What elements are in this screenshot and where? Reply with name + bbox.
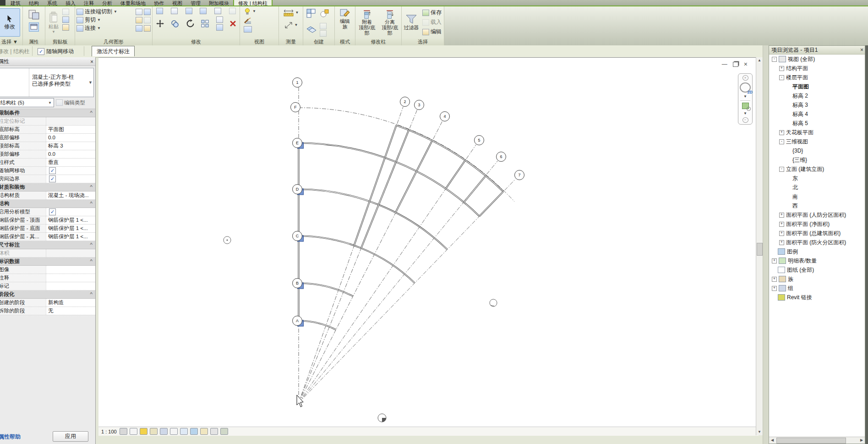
rotate-icon[interactable] xyxy=(186,19,195,28)
browser-tree-item[interactable]: Revit 链接 xyxy=(769,293,865,302)
split-icon[interactable] xyxy=(200,8,207,14)
array-icon[interactable] xyxy=(201,20,209,28)
view-minimize-button[interactable]: — xyxy=(722,61,727,67)
vertical-scroll-thumb[interactable] xyxy=(757,243,763,256)
browser-tree-item[interactable]: 平面图 xyxy=(769,82,865,91)
copy-tool-icon[interactable] xyxy=(171,20,179,28)
crop-view-icon[interactable] xyxy=(170,428,178,435)
browser-tree-item[interactable]: 标高 2 xyxy=(769,91,865,100)
expand-icon[interactable]: + xyxy=(772,277,777,282)
property-value[interactable]: 无 xyxy=(46,307,95,315)
copy-icon[interactable] xyxy=(62,16,69,23)
browser-tree-item[interactable]: 南 xyxy=(769,192,865,201)
panel-measure-label[interactable]: 测量 xyxy=(279,38,303,45)
property-value[interactable]: ✓ xyxy=(46,175,95,183)
ribbon-tab[interactable]: 插入 xyxy=(61,0,80,5)
grid-bubble[interactable]: 1 xyxy=(293,78,302,88)
property-section-header[interactable]: 限制条件^ xyxy=(0,109,95,117)
detach-top-base-button[interactable]: 分离 顶部/底部 xyxy=(380,7,400,38)
property-value[interactable]: 0.0 xyxy=(46,150,95,158)
selection-edit-button[interactable]: 编辑 xyxy=(422,28,442,36)
show-constraints-icon[interactable] xyxy=(220,428,228,435)
browser-tree-item[interactable]: 西 xyxy=(769,201,865,210)
browser-tree-item[interactable]: +面积平面 (人防分区面积) xyxy=(769,210,865,219)
property-section-header[interactable]: 材质和装饰^ xyxy=(0,183,95,192)
property-section-header[interactable]: 阶段化^ xyxy=(0,291,95,299)
horizontal-scroll-thumb[interactable] xyxy=(776,438,846,444)
browser-tree-item[interactable]: 标高 3 xyxy=(769,100,865,110)
property-section-header[interactable]: 结构^ xyxy=(0,200,95,208)
view-close-button[interactable]: × xyxy=(744,60,748,68)
section-collapse-icon[interactable]: ^ xyxy=(90,200,93,208)
scale-icon[interactable] xyxy=(216,16,223,23)
demolish-icon[interactable] xyxy=(144,25,151,32)
section-collapse-icon[interactable]: ^ xyxy=(90,109,93,117)
ribbon-tab[interactable]: 注释 xyxy=(80,0,98,5)
panel-mode-label[interactable]: 模式 xyxy=(335,38,355,45)
create-parts-icon[interactable] xyxy=(320,23,327,29)
panel-modify-label[interactable]: 修改 xyxy=(153,38,240,45)
wheel-caret-icon[interactable]: ▼ xyxy=(743,95,747,99)
grid-bubble[interactable]: C xyxy=(293,231,302,241)
property-value[interactable] xyxy=(46,274,95,282)
property-value[interactable]: 0.0 xyxy=(46,134,95,142)
type-selector-caret-icon[interactable]: ▼ xyxy=(88,80,93,85)
zoom-region-icon[interactable] xyxy=(742,103,749,109)
ribbon-tab[interactable]: 系统 xyxy=(43,0,61,5)
scroll-down-icon[interactable]: ▼ xyxy=(756,429,763,435)
move-with-grids-checkbox[interactable]: ✓ 随轴网移动 xyxy=(38,48,74,55)
property-value[interactable]: 钢筋保护层 1 <... xyxy=(46,216,95,224)
properties-palette-icon[interactable] xyxy=(28,9,40,21)
collapse-icon[interactable]: - xyxy=(779,75,784,80)
navbar-collapse-icon[interactable]: − xyxy=(742,117,748,123)
type-selector[interactable]: 混凝土-正方形-柱 已选择多种类型 ▼ xyxy=(0,68,94,97)
grid-bubble[interactable]: 3 xyxy=(415,100,424,110)
temporary-view-properties-icon[interactable] xyxy=(210,428,218,435)
property-value[interactable]: 新构造 xyxy=(46,299,95,307)
expand-icon[interactable]: + xyxy=(772,258,777,263)
ribbon-tab[interactable]: 结构 xyxy=(25,0,43,5)
beam-join-icon[interactable] xyxy=(136,17,142,23)
expand-icon[interactable]: + xyxy=(779,231,784,236)
panel-splitter[interactable] xyxy=(763,45,769,444)
view-restore-button[interactable] xyxy=(733,62,738,67)
palette-close-icon[interactable]: × xyxy=(90,58,93,66)
expand-icon[interactable]: + xyxy=(779,213,784,218)
join-geometry-button[interactable]: 连接 ▼ xyxy=(76,24,151,32)
collapse-icon[interactable]: - xyxy=(772,57,777,62)
section-collapse-icon[interactable]: ^ xyxy=(90,183,93,191)
panel-select-label[interactable]: 选择 ▼ xyxy=(0,38,22,45)
grid-bubble[interactable]: 6 xyxy=(497,152,506,162)
browser-tree-item[interactable]: +明细表/数量 xyxy=(769,256,865,265)
modify-button[interactable]: 修改 xyxy=(0,8,20,37)
sun-path-icon[interactable] xyxy=(140,428,147,435)
grid-bubble[interactable]: 2 xyxy=(400,97,410,107)
scroll-up-icon[interactable]: ▲ xyxy=(756,57,763,64)
scroll-right-icon[interactable]: ▶ xyxy=(858,437,865,444)
panel-modify-column-label[interactable]: 修改柱 xyxy=(355,38,401,45)
property-value[interactable]: 钢筋保护层 1 <... xyxy=(46,233,95,241)
application-menu-button[interactable] xyxy=(0,0,5,5)
offset-icon[interactable] xyxy=(171,8,178,14)
browser-tree-item[interactable]: +结构平面 xyxy=(769,64,865,73)
measure-button[interactable]: ▼ xyxy=(283,9,299,16)
type-properties-icon[interactable] xyxy=(29,22,39,32)
section-collapse-icon[interactable]: ^ xyxy=(90,291,93,298)
activate-dimensions-button[interactable]: 激活尺寸标注 xyxy=(92,46,135,56)
panel-properties-label[interactable]: 属性 xyxy=(23,38,45,45)
create-views-icon[interactable] xyxy=(320,30,327,37)
create-group-icon[interactable] xyxy=(306,8,317,20)
beam[interactable] xyxy=(299,321,336,330)
browser-tree-item[interactable]: -立面 (建筑立面) xyxy=(769,164,865,174)
ribbon-tab[interactable]: 协作 xyxy=(150,0,168,5)
zoom-caret-icon[interactable]: ▼ xyxy=(743,112,747,115)
collapse-icon[interactable]: - xyxy=(779,139,784,144)
property-value[interactable]: 平面图 xyxy=(46,126,95,133)
browser-tree-item[interactable]: 图例 xyxy=(769,247,865,256)
edit-family-label[interactable]: 编辑 族 xyxy=(340,18,350,29)
expand-icon[interactable]: + xyxy=(772,286,777,291)
property-section-header[interactable]: 标识数据^ xyxy=(0,258,95,266)
selection-save-button[interactable]: 保存 xyxy=(422,9,442,16)
apply-coping-icon[interactable] xyxy=(144,9,151,15)
visual-style-icon[interactable] xyxy=(130,428,137,435)
